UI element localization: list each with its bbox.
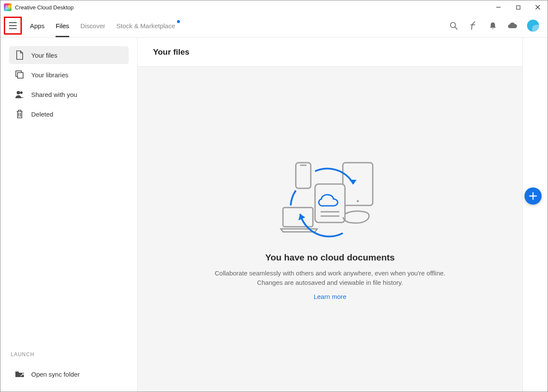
sidebar-item-label: Your libraries (31, 71, 68, 79)
sidebar-item-label: Shared with you (31, 91, 77, 98)
sidebar-item-deleted[interactable]: Deleted (9, 105, 129, 123)
minimize-button[interactable] (489, 0, 508, 14)
window-title: Creative Cloud Desktop (15, 4, 74, 11)
svg-rect-10 (18, 73, 23, 78)
svg-rect-1 (516, 6, 520, 9)
notification-dot-icon (177, 20, 180, 23)
main-navbar: Apps Files Discover Stock & Marketplace (0, 14, 548, 38)
tab-label: Files (56, 22, 69, 29)
tab-label: Discover (80, 22, 105, 29)
content-area: Your files Your libraries Shared with yo… (0, 38, 548, 392)
sidebar-item-your-files[interactable]: Your files (9, 46, 129, 64)
sidebar-list: Your files Your libraries Shared with yo… (9, 46, 129, 123)
tab-label: Stock & Marketplace (116, 22, 175, 29)
font-icon (469, 21, 477, 30)
nav-tabs: Apps Files Discover Stock & Marketplace (24, 14, 181, 37)
sidebar: Your files Your libraries Shared with yo… (0, 38, 137, 392)
title-bar-left: Creative Cloud Desktop (4, 3, 74, 11)
empty-state-illustration (279, 158, 381, 244)
plus-icon (529, 192, 537, 200)
tab-label: Apps (30, 22, 44, 29)
hamburger-icon (9, 22, 17, 29)
svg-rect-13 (343, 163, 373, 205)
empty-state-subtitle: Collaborate seamlessly with others and w… (215, 269, 445, 288)
nav-left: Apps Files Discover Stock & Marketplace (4, 14, 181, 37)
add-button[interactable] (524, 187, 542, 205)
sidebar-item-label: Your files (31, 52, 57, 59)
maximize-button[interactable] (508, 0, 528, 14)
learn-more-link[interactable]: Learn more (314, 293, 347, 300)
window-controls (489, 0, 548, 14)
open-sync-label: Open sync folder (31, 371, 80, 378)
svg-point-14 (357, 200, 359, 202)
bell-icon (489, 21, 497, 30)
empty-state-title: You have no cloud documents (265, 252, 395, 263)
sidebar-item-your-libraries[interactable]: Your libraries (9, 66, 129, 84)
tab-discover[interactable]: Discover (75, 14, 111, 37)
main-panel: Your files (137, 38, 523, 392)
nav-right (448, 20, 539, 32)
search-button[interactable] (448, 20, 459, 31)
launch-section: LAUNCH Open sync folder (9, 351, 129, 383)
menu-button[interactable] (4, 17, 22, 35)
svg-rect-17 (283, 208, 313, 227)
trash-icon (15, 109, 24, 119)
svg-point-11 (17, 91, 20, 94)
open-sync-folder[interactable]: Open sync folder (9, 365, 129, 383)
main-title: Your files (153, 47, 189, 57)
main-body: You have no cloud documents Collaborate … (138, 67, 522, 392)
sync-folder-icon (15, 369, 24, 379)
tab-stock[interactable]: Stock & Marketplace (111, 14, 181, 37)
people-icon (15, 90, 24, 99)
sidebar-item-shared[interactable]: Shared with you (9, 85, 129, 103)
cloud-sync-button[interactable] (507, 20, 518, 31)
fonts-button[interactable] (468, 20, 478, 31)
notifications-button[interactable] (488, 20, 498, 31)
tab-files[interactable]: Files (50, 14, 75, 37)
svg-marker-21 (349, 180, 356, 184)
tab-apps[interactable]: Apps (24, 14, 50, 37)
close-button[interactable] (528, 0, 548, 14)
account-avatar[interactable] (527, 20, 539, 32)
launch-heading: LAUNCH (11, 351, 129, 357)
cloud-icon (507, 21, 518, 30)
title-bar: Creative Cloud Desktop (0, 0, 548, 14)
svg-line-8 (455, 27, 457, 29)
app-icon (4, 3, 12, 11)
svg-rect-15 (296, 163, 311, 188)
svg-point-12 (20, 91, 23, 94)
sidebar-item-label: Deleted (31, 111, 53, 118)
search-icon (449, 21, 458, 30)
main-header: Your files (138, 38, 522, 67)
libraries-icon (15, 70, 24, 79)
file-icon (15, 50, 24, 60)
